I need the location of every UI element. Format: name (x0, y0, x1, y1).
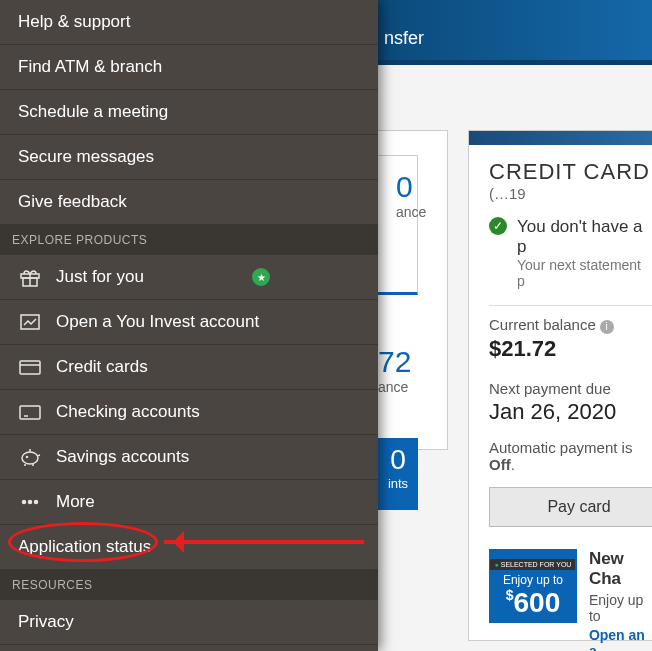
svg-point-11 (35, 501, 38, 504)
svg-point-8 (27, 457, 28, 458)
selected-for-you-badge: ●SELECTED FOR YOU (490, 559, 575, 570)
auto-payment-status: Automatic payment is Off. (489, 439, 652, 473)
balance-2: 72 (378, 345, 408, 379)
promo-enjoy-text: Enjoy up to (489, 573, 577, 587)
promo-title: New Cha (589, 549, 652, 589)
menu-privacy[interactable]: Privacy (0, 600, 378, 645)
menu-find-atm[interactable]: Find ATM & branch (0, 45, 378, 90)
section-resources: RESOURCES (0, 570, 378, 600)
credit-card-panel: CREDIT CARD (…19 ✓ You don't have a p Yo… (468, 130, 652, 641)
account-card-left-top: 0 ance (378, 155, 418, 295)
checking-icon (18, 402, 42, 422)
info-icon[interactable]: i (600, 320, 614, 334)
next-payment-label: Next payment due (489, 380, 652, 397)
points-label: ints (378, 476, 418, 491)
menu-give-feedback[interactable]: Give feedback (0, 180, 378, 225)
svg-point-7 (22, 452, 38, 464)
star-badge-icon (252, 268, 270, 286)
promo-amount: $600 (489, 587, 577, 619)
menu-secure-messages[interactable]: Secure messages (0, 135, 378, 180)
section-explore-products: EXPLORE PRODUCTS (0, 225, 378, 255)
more-icon (18, 492, 42, 512)
menu-just-for-you[interactable]: Just for you (0, 255, 378, 300)
menu-application-status[interactable]: Application status (0, 525, 378, 570)
balance-1-label: ance (396, 204, 399, 220)
next-payment-value: Jan 26, 2020 (489, 399, 652, 425)
promo-link[interactable]: Open an a (589, 627, 652, 651)
current-balance-label: Current balance (489, 316, 596, 333)
gift-icon (18, 267, 42, 287)
menu-savings-accounts[interactable]: Savings accounts (0, 435, 378, 480)
svg-point-10 (29, 501, 32, 504)
credit-card-icon (18, 357, 42, 377)
next-statement-text: Your next statement p (517, 257, 652, 289)
cc-account-number: (…19 (489, 185, 526, 202)
menu-checking-accounts[interactable]: Checking accounts (0, 390, 378, 435)
menu-you-invest[interactable]: Open a You Invest account (0, 300, 378, 345)
transfer-tab[interactable]: nsfer (384, 28, 424, 48)
menu-credit-cards[interactable]: Credit cards (0, 345, 378, 390)
chart-icon (18, 312, 42, 332)
current-balance-value: $21.72 (489, 336, 652, 362)
top-nav: nsfer (378, 0, 652, 65)
points-box[interactable]: 0 ints (378, 438, 418, 510)
menu-more[interactable]: More (0, 480, 378, 525)
checkmark-icon: ✓ (489, 217, 507, 235)
promo-image: ●SELECTED FOR YOU Enjoy up to $600 (489, 549, 577, 623)
promo-banner[interactable]: ●SELECTED FOR YOU Enjoy up to $600 New C… (489, 549, 652, 651)
menu-help-support[interactable]: Help & support (0, 0, 378, 45)
menu-schedule-meeting[interactable]: Schedule a meeting (0, 90, 378, 135)
pay-card-button[interactable]: Pay card (489, 487, 652, 527)
cc-title[interactable]: CREDIT CARD (489, 159, 650, 184)
piggy-bank-icon (18, 447, 42, 467)
svg-point-9 (23, 501, 26, 504)
svg-rect-5 (20, 406, 40, 419)
promo-subtitle: Enjoy up to (589, 592, 652, 624)
svg-rect-3 (20, 361, 40, 374)
main-menu-sidebar: Help & support Find ATM & branch Schedul… (0, 0, 378, 651)
balance-2-label: ance (378, 379, 408, 395)
main-content: nsfer 0 ance 72 ance 0 ints CREDIT CARD … (378, 0, 652, 651)
no-payment-text: You don't have a p (517, 217, 652, 257)
balance-1: 0 (396, 170, 399, 204)
points-value: 0 (378, 444, 418, 476)
